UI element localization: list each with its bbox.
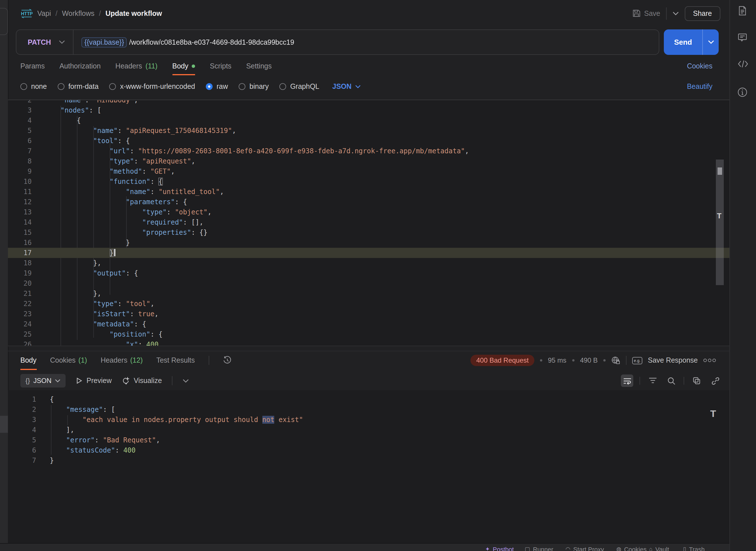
line-number: 16 (8, 237, 32, 248)
svg-text:HTTP: HTTP (21, 11, 33, 16)
url-variable-chip[interactable]: {{vapi.base}} (81, 37, 127, 47)
radio-none[interactable]: none (20, 83, 47, 90)
radio-circle (279, 83, 286, 90)
response-tab-headers[interactable]: Headers(12) (101, 351, 143, 370)
tab-authorization[interactable]: Authorization (59, 57, 101, 75)
share-button[interactable]: Share (684, 6, 720, 21)
url-input[interactable]: /workflow/c081e8ba-e037-4669-8dd1-98dca9… (129, 38, 294, 46)
code-line: 22 "type": "tool", (8, 299, 729, 309)
visualize-icon (122, 377, 130, 385)
code-line: 11 "name": "untitled_tool", (8, 187, 729, 197)
cookies-count: (1) (78, 357, 87, 364)
info-icon[interactable] (737, 87, 749, 98)
response-tab-test-results[interactable]: Test Results (156, 351, 195, 370)
line-number: 2 (8, 405, 36, 415)
radio-circle (20, 83, 27, 90)
tab-settings[interactable]: Settings (246, 57, 272, 75)
vault-icon: ⌂ (649, 546, 653, 551)
cookies-link[interactable]: Cookies (687, 62, 712, 70)
radio-form-data[interactable]: form-data (58, 83, 99, 90)
method-chevron-icon[interactable] (59, 40, 65, 44)
request-tabs: Params Authorization Headers(11) Body Sc… (8, 57, 729, 75)
body-modified-dot (192, 64, 195, 68)
breadcrumb-app[interactable]: Vapi (37, 9, 51, 17)
example-icon: e.g. (632, 357, 642, 364)
code-line: 6 "statusCode": 400 (8, 445, 729, 455)
preview-button[interactable]: Preview (76, 377, 112, 385)
code-line: 9 "method": "GET", (8, 166, 729, 176)
request-body-editor[interactable]: 2 "name": "Mindbody",3 "nodes": [4 {5 "n… (8, 100, 729, 346)
editor-scrollbar[interactable] (716, 159, 724, 285)
format-selector[interactable]: JSON (332, 83, 360, 90)
response-tab-body[interactable]: Body (20, 351, 36, 370)
footer-start-proxy[interactable]: ◠Start Proxy (565, 546, 604, 551)
radio-x-www-form-urlencoded[interactable]: x-www-form-urlencoded (109, 83, 195, 90)
copy-button[interactable] (690, 375, 703, 387)
link-icon (711, 377, 720, 385)
radio-graphql[interactable]: GraphQL (279, 83, 319, 90)
footer-vault[interactable]: ⌂Vault (649, 546, 669, 551)
beautify-link[interactable]: Beautify (687, 83, 712, 90)
more-options-icon[interactable] (703, 359, 716, 362)
response-tabs: Body Cookies(1) Headers(12) Test Results… (8, 351, 729, 370)
radio-binary[interactable]: binary (239, 83, 269, 90)
tab-scripts[interactable]: Scripts (210, 57, 231, 75)
tab-body[interactable]: Body (172, 57, 195, 75)
line-number: 18 (8, 258, 32, 268)
response-history-icon[interactable] (223, 356, 232, 365)
code-line: 24 "metadata": { (8, 319, 729, 329)
comments-icon[interactable] (737, 32, 749, 44)
code-line: 15 "properties": {} (8, 227, 729, 237)
footer-trash[interactable]: ▯Trash (683, 546, 705, 551)
sidebar-drag-handle[interactable] (0, 416, 8, 433)
documentation-icon[interactable] (737, 6, 749, 17)
send-options-chevron-icon[interactable] (703, 29, 719, 55)
save-floppy-icon (632, 9, 641, 18)
link-button[interactable] (709, 375, 722, 387)
response-size[interactable]: 490 B (580, 357, 598, 364)
save-options-chevron-icon[interactable] (672, 11, 679, 16)
tab-headers[interactable]: Headers(11) (115, 57, 157, 75)
code-line: 20 (8, 278, 729, 289)
footer-runner[interactable]: ▢Runner (525, 546, 553, 551)
left-sidebar-strip[interactable] (0, 0, 8, 551)
code-snippet-icon[interactable] (737, 59, 749, 71)
filter-icon (648, 377, 657, 384)
code-line: 19 "output": { (8, 268, 729, 278)
status-badge[interactable]: 400 Bad Request (471, 355, 535, 366)
line-number: 15 (8, 227, 32, 237)
line-number: 4 (8, 425, 36, 435)
line-number: 1 (8, 394, 36, 405)
code-line: 17 } (8, 248, 729, 258)
line-number: 5 (8, 435, 36, 445)
radio-circle (109, 83, 116, 90)
response-time[interactable]: 95 ms (548, 357, 566, 364)
visualize-button[interactable]: Visualize (122, 377, 162, 385)
copy-icon (693, 377, 701, 385)
filter-button[interactable] (646, 375, 659, 387)
radio-raw[interactable]: raw (206, 83, 228, 90)
search-button[interactable] (665, 375, 677, 387)
line-number: 22 (8, 299, 32, 309)
response-format-selector[interactable]: {} JSON (20, 374, 66, 388)
word-wrap-button[interactable] (621, 375, 633, 387)
footer-postbot[interactable]: ✦Postbot (485, 546, 514, 551)
divider (626, 356, 627, 365)
dot-separator (572, 359, 574, 362)
braces-icon: {} (25, 377, 30, 385)
network-security-icon[interactable] (611, 356, 620, 365)
response-tab-cookies[interactable]: Cookies(1) (50, 351, 87, 370)
footer-cookies[interactable]: ◍Cookies (616, 546, 647, 551)
save-button[interactable]: Save (632, 9, 660, 18)
cookie-icon: ◍ (616, 546, 621, 551)
send-button[interactable]: Send (664, 29, 702, 55)
breadcrumb-section[interactable]: Workflows (62, 9, 94, 17)
dot-separator (603, 359, 606, 362)
code-line: 23 "isStart": true, (8, 309, 729, 319)
response-body-viewer[interactable]: 1{2 "message": [3 "each value in nodes.p… (8, 390, 729, 543)
view-options-chevron-icon[interactable] (183, 379, 189, 383)
tab-params[interactable]: Params (20, 57, 45, 75)
code-line: 7} (8, 455, 729, 466)
save-response-button[interactable]: Save Response (648, 357, 698, 364)
method-selector[interactable]: PATCH (16, 38, 59, 46)
